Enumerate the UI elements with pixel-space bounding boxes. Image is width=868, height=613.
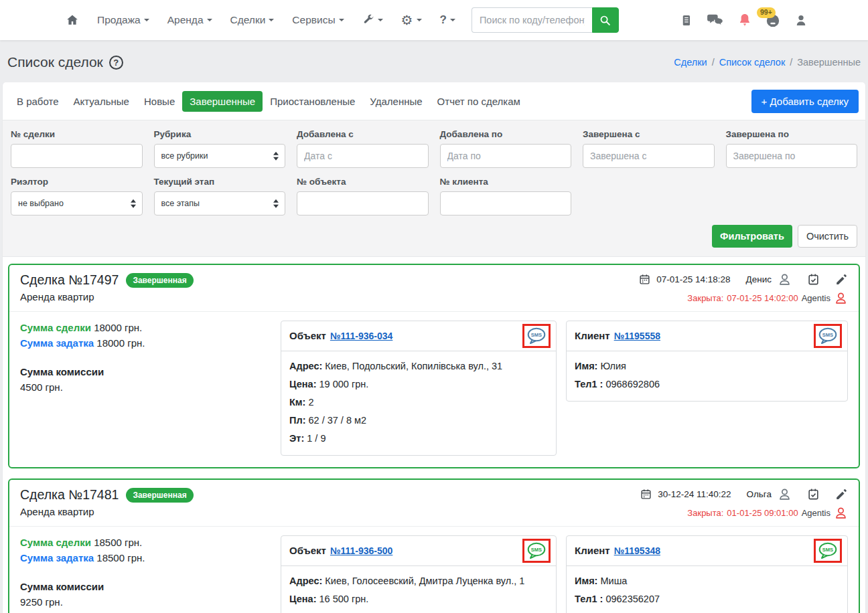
finished-to-input[interactable] (726, 144, 858, 168)
sms-highlight-box[interactable]: SMS (522, 324, 551, 348)
object-number-label: № объекта (297, 177, 429, 187)
deal-agent-name: Денис (746, 274, 772, 284)
tab-zavershennye[interactable]: Завершенные (182, 91, 263, 112)
home-icon[interactable] (66, 13, 79, 27)
person-icon (778, 487, 792, 501)
search-group (472, 7, 619, 33)
add-deal-button[interactable]: + Добавить сделку (751, 90, 859, 113)
filter-button[interactable]: Фильтровать (712, 225, 792, 248)
svg-text:SMS: SMS (531, 547, 542, 553)
deal-summary: Сумма сделки 18000 грн. Сумма задатка 18… (20, 321, 271, 395)
tasks-icon[interactable] (807, 488, 820, 501)
object-number-input[interactable] (297, 191, 429, 215)
object-link[interactable]: №111-936-034 (330, 331, 392, 341)
page-title: Список сделок ? (7, 54, 123, 70)
added-to-label: Добавлена по (440, 129, 572, 139)
chevron-down-icon (417, 19, 422, 21)
object-box: Объект№111-936-034 SMS Адрес: Киев, Подо… (281, 321, 557, 456)
price-label: Цена: (289, 594, 316, 604)
nav-item-prodazha[interactable]: Продажа (97, 14, 149, 26)
chevron-down-icon (207, 19, 212, 21)
deal-closed-by: Agentis (802, 293, 830, 303)
chat-icon[interactable] (707, 13, 724, 27)
breadcrumb-separator: / (790, 57, 792, 68)
calendar-icon (640, 489, 652, 500)
sms-highlight-box[interactable]: SMS (814, 539, 842, 563)
clear-button[interactable]: Очистить (798, 225, 857, 248)
sms-highlight-box[interactable]: SMS (814, 324, 842, 348)
client-box: Клиент№1195558 SMS Имя: Юлия Тел1 : 0968… (566, 321, 848, 402)
sms-icon: SMS (818, 327, 838, 345)
price-value: 16 500 грн. (319, 594, 369, 604)
sms-icon: SMS (526, 542, 547, 559)
price-value: 19 000 грн. (319, 379, 369, 389)
nav-item-arenda[interactable]: Аренда (167, 14, 212, 26)
search-button[interactable] (592, 7, 619, 33)
sum-deposit-label: Сумма задатка (20, 337, 94, 349)
stage-select[interactable]: все этапы (154, 191, 286, 215)
search-icon (599, 15, 611, 26)
wrench-icon (362, 14, 374, 26)
settings-menu[interactable]: ⚙ (401, 13, 422, 27)
tab-otchet[interactable]: Отчет по сделкам (430, 91, 528, 112)
commission-value: 9250 грн. (20, 595, 271, 610)
notifications-badge: 99+ (757, 7, 776, 18)
deal-created-datetime: 07-01-25 14:18:28 (656, 274, 730, 284)
address-label: Адрес: (289, 361, 322, 371)
user-icon[interactable] (794, 13, 808, 27)
svg-text:SMS: SMS (822, 547, 833, 553)
coins-icon[interactable]: 99+ (766, 12, 780, 28)
journal-icon[interactable] (680, 13, 693, 27)
added-from-input[interactable] (297, 144, 429, 168)
breadcrumb-current: Завершенные (797, 57, 861, 68)
top-navbar: Продажа Аренда Сделки Сервисы ⚙ ? (0, 0, 868, 40)
nav-menu: Продажа Аренда Сделки Сервисы ⚙ ? (66, 13, 455, 27)
name-value: Миша (600, 576, 627, 586)
tasks-icon[interactable] (807, 273, 820, 286)
added-from-label: Добавлена с (297, 129, 429, 139)
tabs-row: В работе Актуальные Новые Завершенные Пр… (3, 82, 865, 120)
client-number-input[interactable] (440, 191, 572, 215)
tab-v-rabote[interactable]: В работе (9, 91, 66, 112)
main-panel: В работе Актуальные Новые Завершенные Пр… (3, 82, 865, 613)
rooms-label: Км: (289, 397, 305, 408)
nav-item-servisy[interactable]: Сервисы (292, 14, 344, 26)
deal-closed-by: Agentis (802, 508, 830, 518)
breadcrumb-link-spisok-sdelok[interactable]: Список сделок (719, 57, 786, 68)
name-value: Юлия (600, 361, 626, 371)
tab-priostanovlenye[interactable]: Приостановленые (263, 91, 362, 112)
rubric-select[interactable]: все рубрики (154, 144, 286, 168)
person-icon (778, 272, 792, 286)
edit-icon[interactable] (835, 488, 848, 501)
nav-item-sdelki[interactable]: Сделки (230, 14, 275, 26)
search-input[interactable] (472, 7, 592, 33)
finished-from-input[interactable] (583, 144, 715, 168)
deal-number-input[interactable] (11, 144, 143, 168)
breadcrumb-link-sdelki[interactable]: Сделки (674, 57, 707, 68)
object-link[interactable]: №111-936-500 (330, 545, 392, 556)
edit-icon[interactable] (835, 273, 848, 286)
realtor-select[interactable]: не выбрано (11, 191, 143, 215)
added-to-input[interactable] (440, 144, 572, 168)
help-menu[interactable]: ? (440, 13, 455, 27)
tab-udalennye[interactable]: Удаленные (362, 91, 429, 112)
tools-menu[interactable] (362, 14, 383, 26)
sum-deal-label: Сумма сделки (20, 537, 91, 548)
commission-label: Сумма комиссии (20, 366, 104, 377)
help-icon[interactable]: ? (109, 56, 123, 70)
object-label: Объект (289, 545, 326, 556)
deal-title: Сделка №17497 (20, 272, 119, 288)
client-link[interactable]: №1195558 (614, 331, 660, 341)
calendar-icon (639, 274, 650, 285)
bell-icon[interactable] (738, 13, 751, 28)
chevron-down-icon (450, 19, 455, 21)
navbar-right-icons: 99+ (680, 12, 808, 28)
select-arrows-icon (131, 199, 136, 208)
sms-highlight-box[interactable]: SMS (522, 539, 551, 563)
breadcrumb-separator: / (712, 57, 715, 68)
client-link[interactable]: №1195348 (614, 545, 660, 556)
tab-novye[interactable]: Новые (137, 91, 182, 112)
phone-label: Тел1 : (575, 379, 603, 389)
filters-panel: № сделки Рубрика все рубрики Добавлена с… (3, 120, 865, 257)
tab-aktualnye[interactable]: Актуальные (66, 91, 137, 112)
